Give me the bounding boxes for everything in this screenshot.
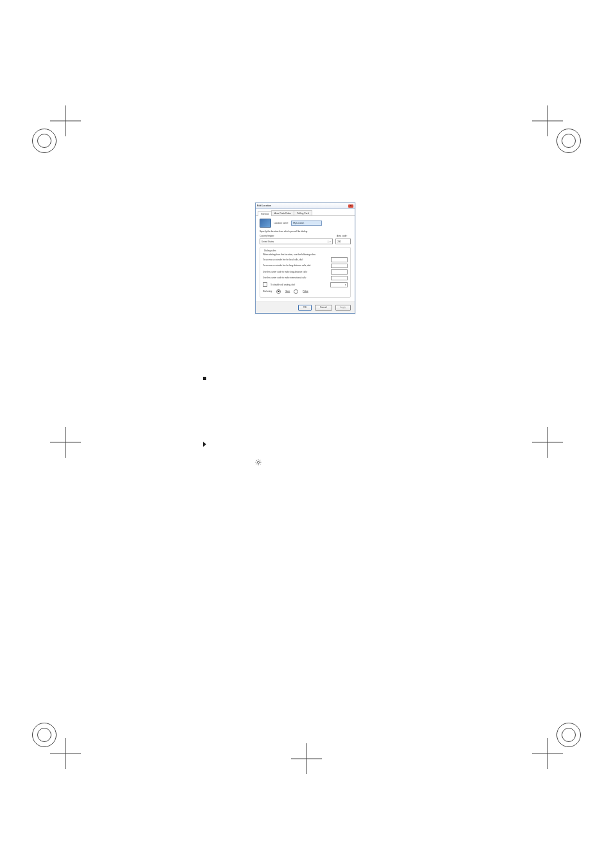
carrier-intl-label: Use this carrier code to make internatio… — [263, 276, 329, 279]
dialing-rules-title: Dialing rules — [263, 249, 278, 252]
location-name-input[interactable]: My Location — [291, 221, 322, 226]
location-world-icon — [260, 219, 271, 228]
svg-line-6 — [260, 464, 260, 464]
dial-using-label: Dial using: — [263, 290, 272, 293]
crop-mark-mid-right — [542, 431, 581, 469]
country-label: Country/region: — [260, 235, 334, 237]
crop-mark-top-right — [542, 109, 581, 148]
dial-pulse-radio[interactable] — [294, 289, 298, 294]
outside-line-local-label: To access an outside line for local call… — [263, 258, 329, 261]
svg-line-5 — [256, 460, 257, 461]
tab-area-code-rules[interactable]: Area Code Rules — [271, 210, 294, 215]
area-code-input[interactable]: 206 — [335, 239, 351, 244]
page: Edit Location × General Area Code Rules … — [0, 0, 613, 868]
svg-line-8 — [260, 460, 260, 461]
close-icon[interactable]: × — [348, 204, 353, 208]
country-select[interactable]: United States ▾ — [260, 239, 333, 244]
disable-call-waiting-label: To disable call waiting, dial: — [271, 284, 328, 286]
outside-line-local-input[interactable] — [331, 257, 348, 262]
dial-pulse-label: Pulse — [303, 290, 308, 293]
cancel-button[interactable]: Cancel — [315, 305, 332, 311]
crop-mark-bottom-right — [542, 727, 581, 765]
apply-button[interactable]: Apply — [335, 305, 351, 311]
crop-mark-bottom-left — [32, 727, 71, 765]
ok-button[interactable]: OK — [298, 305, 312, 311]
tab-general[interactable]: General — [258, 211, 272, 216]
chevron-down-icon: ▾ — [328, 240, 331, 243]
carrier-long-label: Use this carrier code to make long-dista… — [263, 271, 329, 273]
dial-tone-radio[interactable] — [276, 289, 281, 294]
edit-location-dialog: Edit Location × General Area Code Rules … — [255, 203, 355, 314]
gear-icon — [255, 457, 262, 463]
crop-mark-bottom-center — [287, 739, 326, 778]
dialog-body: Location name: My Location Specify the l… — [256, 216, 355, 302]
carrier-intl-input[interactable] — [331, 276, 348, 281]
dialing-rules-group: Dialing rules When dialing from this loc… — [260, 247, 351, 298]
tab-calling-card[interactable]: Calling Card — [294, 210, 312, 215]
outside-line-long-input[interactable] — [331, 264, 348, 269]
tab-strip: General Area Code Rules Calling Card — [256, 209, 355, 216]
specify-text: Specify the location from which you will… — [260, 230, 351, 233]
carrier-long-input[interactable] — [331, 269, 348, 275]
outside-line-long-label: To access an outside line for long-dista… — [263, 264, 329, 267]
svg-point-0 — [257, 461, 259, 463]
svg-line-7 — [256, 464, 257, 464]
dialing-rules-note: When dialing from this location, use the… — [263, 253, 348, 256]
bullet-square-1 — [203, 376, 213, 383]
country-value: United States — [262, 240, 274, 243]
area-code-label: Area code: — [337, 235, 351, 237]
dialog-button-row: OK Cancel Apply — [256, 302, 355, 313]
crop-mark-mid-left — [32, 431, 71, 469]
dial-tone-label: Tone — [285, 290, 290, 293]
disable-call-waiting-select[interactable]: ▾ — [330, 282, 348, 287]
disable-call-waiting-checkbox[interactable] — [263, 282, 267, 287]
dialog-title-text: Edit Location — [257, 204, 271, 207]
location-name-label: Location name: — [274, 222, 289, 224]
dialog-titlebar: Edit Location × — [256, 203, 355, 209]
crop-mark-top-left — [32, 109, 71, 148]
bullet-triangle-1 — [203, 442, 213, 448]
